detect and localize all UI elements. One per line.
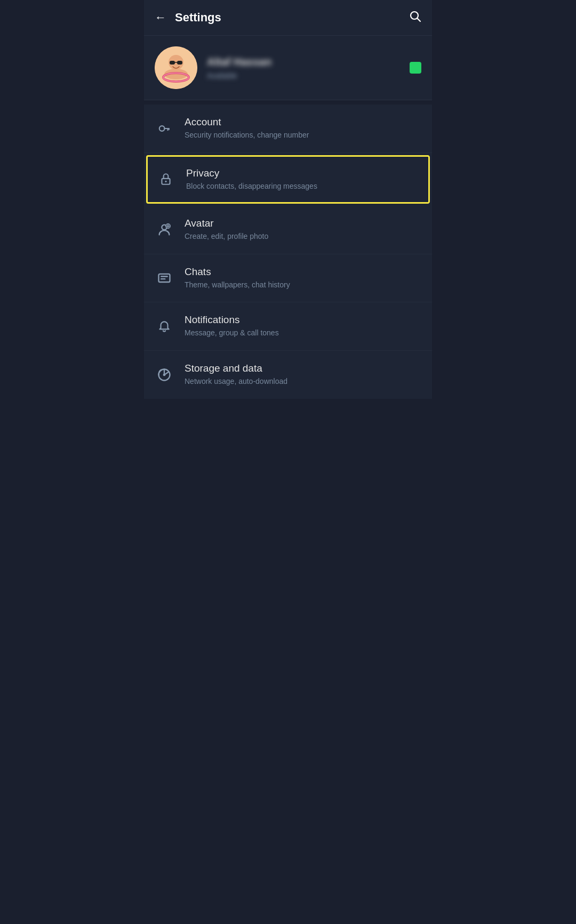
notifications-content: Notifications Message, group & call tone… [185,314,421,339]
bell-icon [155,317,174,336]
chats-subtitle: Theme, wallpapers, chat history [185,280,421,291]
profile-section[interactable]: Altaf Hassan Available [144,36,432,100]
chats-title: Chats [185,266,421,278]
settings-item-storage[interactable]: Storage and data Network usage, auto-dow… [144,351,432,399]
storage-title: Storage and data [185,363,421,374]
privacy-content: Privacy Block contacts, disappearing mes… [186,167,420,192]
app-header: ← Settings [144,0,432,36]
svg-rect-5 [170,61,175,65]
page-title: Settings [175,11,221,25]
avatar-subtitle: Create, edit, profile photo [185,231,421,242]
privacy-subtitle: Block contacts, disappearing messages [186,181,420,192]
profile-status: Available [207,71,400,80]
profile-name: Altaf Hassan [207,56,400,68]
svg-rect-20 [159,274,170,282]
avatar-icon [155,220,174,239]
lock-icon [156,170,175,189]
chats-content: Chats Theme, wallpapers, chat history [185,266,421,291]
header-left: ← Settings [155,11,221,25]
profile-info: Altaf Hassan Available [207,56,400,80]
storage-content: Storage and data Network usage, auto-dow… [185,363,421,387]
storage-subtitle: Network usage, auto-download [185,376,421,387]
notifications-subtitle: Message, group & call tones [185,328,421,339]
online-indicator [410,62,421,74]
storage-icon [155,365,174,384]
settings-item-chats[interactable]: Chats Theme, wallpapers, chat history [144,254,432,303]
avatar-content: Avatar Create, edit, profile photo [185,218,421,242]
back-button[interactable]: ← [155,11,166,25]
key-icon [155,119,174,138]
search-button[interactable] [409,10,421,26]
svg-point-24 [163,373,166,376]
svg-rect-6 [177,61,182,65]
settings-list: Account Security notifications, change n… [144,105,432,399]
account-title: Account [185,116,421,128]
account-content: Account Security notifications, change n… [185,116,421,141]
settings-item-account[interactable]: Account Security notifications, change n… [144,105,432,153]
avatar [155,46,197,89]
settings-item-notifications[interactable]: Notifications Message, group & call tone… [144,302,432,351]
account-subtitle: Security notifications, change number [185,130,421,141]
avatar-title: Avatar [185,218,421,229]
chat-icon [155,269,174,288]
settings-item-avatar[interactable]: Avatar Create, edit, profile photo [144,206,432,254]
privacy-title: Privacy [186,167,420,179]
svg-point-15 [165,181,166,182]
svg-line-1 [418,19,421,22]
notifications-title: Notifications [185,314,421,326]
settings-item-privacy[interactable]: Privacy Block contacts, disappearing mes… [146,155,430,204]
